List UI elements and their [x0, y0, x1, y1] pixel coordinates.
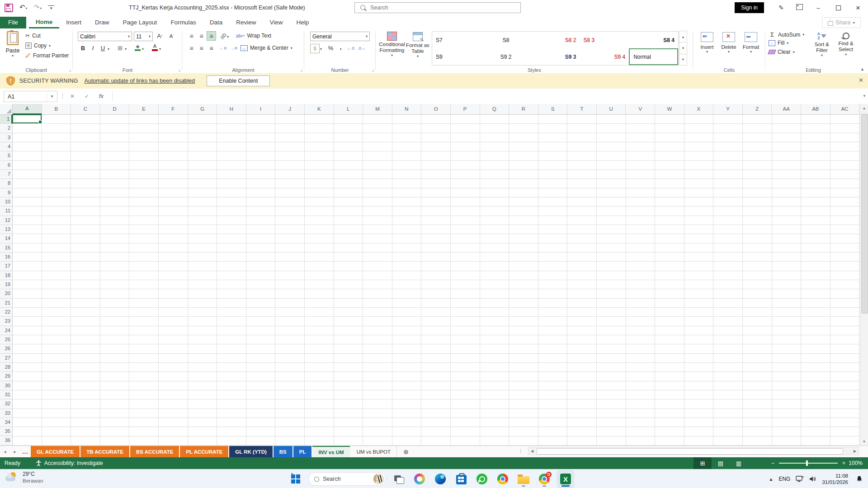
tab-scrollbar-splitter[interactable]: ⁞: [520, 448, 521, 455]
format-cells-button[interactable]: ▬ Format ▾: [741, 32, 761, 54]
volume-icon[interactable]: [809, 476, 816, 482]
new-sheet-button[interactable]: ⊕: [397, 446, 415, 457]
formula-bar-splitter[interactable]: ⋮: [60, 92, 65, 99]
column-header-t[interactable]: T: [567, 104, 597, 114]
ribbon-tab-help[interactable]: Help: [289, 17, 316, 28]
delete-cells-button[interactable]: ✕ Delete ▾: [719, 32, 739, 54]
horizontal-scroll-thumb[interactable]: [537, 448, 843, 455]
zoom-out-button[interactable]: −: [771, 460, 774, 466]
bold-button[interactable]: B: [79, 44, 87, 52]
language-indicator[interactable]: ENG: [778, 476, 790, 482]
column-header-z[interactable]: Z: [743, 104, 772, 114]
borders-dropdown-arrow[interactable]: ▾: [125, 47, 127, 51]
column-header-p[interactable]: P: [451, 104, 480, 114]
comma-style-button[interactable]: ,: [336, 43, 345, 52]
close-button[interactable]: ✕: [848, 0, 868, 15]
accounting-dropdown-arrow[interactable]: ▾: [320, 47, 322, 51]
increase-font-size-button[interactable]: A^: [156, 32, 164, 40]
row-header-28[interactable]: 28: [0, 363, 12, 372]
cell-style-s9[interactable]: S9: [432, 48, 481, 65]
decrease-indent-button[interactable]: ←≡: [219, 44, 227, 52]
row-header-29[interactable]: 29: [0, 372, 12, 381]
cell-style-s8-2[interactable]: S8 2: [531, 32, 580, 48]
column-header-v[interactable]: V: [626, 104, 655, 114]
active-cell-a1[interactable]: [12, 114, 42, 123]
start-button[interactable]: [288, 471, 304, 487]
column-header-ac[interactable]: AC: [830, 104, 860, 114]
ribbon-tab-draw[interactable]: Draw: [88, 17, 116, 28]
row-header-4[interactable]: 4: [0, 142, 12, 151]
row-header-15[interactable]: 15: [0, 244, 12, 253]
row-header-13[interactable]: 13: [0, 225, 12, 234]
top-align-button[interactable]: ≡: [187, 32, 196, 40]
formula-input[interactable]: [112, 91, 856, 101]
restore-button[interactable]: [828, 0, 848, 15]
scroll-left-icon[interactable]: ◀: [528, 449, 536, 453]
zoom-in-button[interactable]: +: [842, 460, 845, 466]
clear-button[interactable]: Clear ▾: [769, 49, 795, 55]
copy-button[interactable]: ⎘ Copy ▾: [25, 42, 51, 49]
cut-button[interactable]: ✂ Cut: [25, 33, 41, 39]
percent-style-button[interactable]: %: [326, 44, 335, 52]
cell-style-s9-4[interactable]: S9 4: [580, 48, 629, 65]
insert-function-button[interactable]: fx: [95, 91, 108, 101]
ribbon-tab-home[interactable]: Home: [29, 17, 60, 28]
font-name-select[interactable]: Calibri▾: [78, 32, 132, 41]
row-header-8[interactable]: 8: [0, 179, 12, 188]
sheet-tab-bs-accurate[interactable]: BS ACCURATE: [130, 446, 179, 457]
save-icon[interactable]: [5, 4, 13, 12]
cell-style-normal[interactable]: Normal: [629, 48, 678, 65]
cell-style-s9-2[interactable]: S9 2: [481, 48, 531, 65]
taskbar-search-box[interactable]: Search: [308, 472, 386, 486]
edge-button[interactable]: [432, 471, 448, 487]
bottom-align-button[interactable]: ≡: [207, 32, 216, 40]
column-header-k[interactable]: K: [305, 104, 334, 114]
name-box[interactable]: ▼: [4, 91, 57, 102]
column-header-f[interactable]: F: [159, 104, 188, 114]
increase-indent-button[interactable]: →≡: [230, 44, 238, 52]
column-header-c[interactable]: C: [71, 104, 100, 114]
alignment-dialog-launcher-icon[interactable]: ⌟: [301, 67, 302, 72]
row-header-27[interactable]: 27: [0, 354, 12, 363]
gallery-scroll-up-icon[interactable]: ▲: [679, 31, 687, 42]
column-header-a[interactable]: A: [13, 104, 42, 114]
paste-button[interactable]: Paste ▾: [4, 31, 22, 58]
chrome-profile-button[interactable]: D: [536, 471, 552, 487]
row-header-31[interactable]: 31: [0, 390, 12, 399]
excel-taskbar-button[interactable]: X: [557, 470, 574, 488]
insert-cells-button[interactable]: ⇐ Insert ▾: [697, 32, 717, 54]
sheet-tab-um-vs-bupot[interactable]: UM vs BUPOT: [351, 446, 397, 457]
number-format-select[interactable]: General▾: [310, 32, 370, 41]
column-header-ab[interactable]: AB: [801, 104, 830, 114]
column-header-i[interactable]: I: [246, 104, 276, 114]
ribbon-display-options-button[interactable]: [790, 4, 808, 11]
format-as-table-button[interactable]: Format as Table ▾: [406, 32, 429, 58]
fill-color-button[interactable]: ◆: [134, 44, 142, 51]
sheet-tab-gl-accurate[interactable]: GL ACCURATE: [31, 446, 80, 457]
ribbon-tab-insert[interactable]: Insert: [59, 17, 88, 28]
zoom-slider[interactable]: [779, 463, 838, 464]
sheet-tab-inv-vs-um[interactable]: INV vs UM: [312, 446, 349, 457]
zoom-percentage[interactable]: 100%: [849, 457, 863, 469]
column-header-y[interactable]: Y: [713, 104, 743, 114]
file-explorer-button[interactable]: [515, 471, 532, 487]
row-header-5[interactable]: 5: [0, 151, 12, 160]
column-header-b[interactable]: B: [42, 104, 71, 114]
column-header-r[interactable]: R: [509, 104, 538, 114]
customize-qat-button[interactable]: ▾: [48, 5, 54, 10]
row-header-24[interactable]: 24: [0, 326, 12, 335]
ribbon-tab-data[interactable]: Data: [203, 17, 230, 28]
redo-button[interactable]: ↷▾: [34, 4, 42, 12]
hidden-icons-chevron[interactable]: ▲: [769, 477, 774, 482]
ribbon-tab-review[interactable]: Review: [229, 17, 263, 28]
cancel-button[interactable]: ✕: [66, 91, 79, 101]
gallery-scroll-down-icon[interactable]: ▼: [679, 42, 687, 54]
sort-filter-button[interactable]: AZ Sort & Filter ▾: [811, 32, 833, 57]
collapse-ribbon-button[interactable]: ▲: [860, 67, 864, 71]
font-color-button[interactable]: A: [151, 44, 159, 51]
row-header-25[interactable]: 25: [0, 335, 12, 344]
page-break-view-button[interactable]: ▥: [730, 457, 748, 469]
row-header-18[interactable]: 18: [0, 271, 12, 280]
sheet-tab-tb-accurate[interactable]: TB ACCURATE: [80, 446, 129, 457]
row-header-9[interactable]: 9: [0, 188, 12, 197]
